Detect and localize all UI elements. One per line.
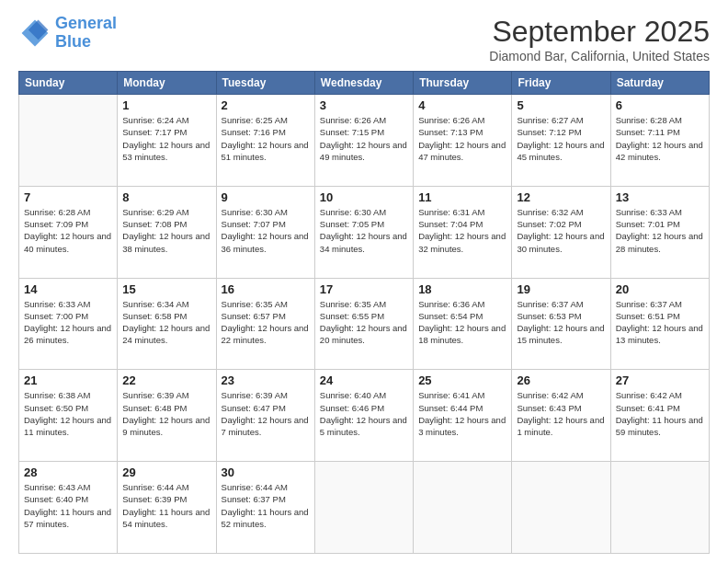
- month-title: September 2025: [489, 15, 710, 49]
- day-number: 17: [320, 282, 408, 296]
- day-number: 19: [517, 282, 605, 296]
- calendar-cell: 2Sunrise: 6:25 AM Sunset: 7:16 PM Daylig…: [216, 95, 314, 187]
- calendar-cell: 13Sunrise: 6:33 AM Sunset: 7:01 PM Dayli…: [610, 186, 709, 278]
- location: Diamond Bar, California, United States: [489, 49, 710, 63]
- day-detail: Sunrise: 6:24 AM Sunset: 7:17 PM Dayligh…: [122, 114, 210, 163]
- day-number: 6: [616, 98, 704, 112]
- day-number: 21: [24, 373, 112, 387]
- calendar-cell: 30Sunrise: 6:44 AM Sunset: 6:37 PM Dayli…: [216, 462, 314, 554]
- logo-text: General Blue: [55, 15, 117, 52]
- calendar-cell: 4Sunrise: 6:26 AM Sunset: 7:13 PM Daylig…: [414, 95, 512, 187]
- day-detail: Sunrise: 6:28 AM Sunset: 7:11 PM Dayligh…: [616, 114, 704, 163]
- calendar-cell: 1Sunrise: 6:24 AM Sunset: 7:17 PM Daylig…: [118, 95, 216, 187]
- day-detail: Sunrise: 6:33 AM Sunset: 7:00 PM Dayligh…: [24, 298, 112, 347]
- day-detail: Sunrise: 6:28 AM Sunset: 7:09 PM Dayligh…: [24, 206, 112, 255]
- day-number: 1: [122, 98, 210, 112]
- calendar-cell: 28Sunrise: 6:43 AM Sunset: 6:40 PM Dayli…: [19, 462, 118, 554]
- day-number: 3: [320, 98, 408, 112]
- day-detail: Sunrise: 6:27 AM Sunset: 7:12 PM Dayligh…: [517, 114, 605, 163]
- day-number: 30: [222, 465, 310, 479]
- col-header-monday: Monday: [118, 72, 216, 95]
- day-number: 7: [24, 190, 112, 204]
- calendar-cell: 27Sunrise: 6:42 AM Sunset: 6:41 PM Dayli…: [610, 370, 709, 462]
- day-number: 9: [222, 190, 310, 204]
- day-number: 20: [616, 282, 704, 296]
- day-number: 28: [24, 465, 112, 479]
- day-number: 27: [616, 373, 704, 387]
- calendar-cell: 25Sunrise: 6:41 AM Sunset: 6:44 PM Dayli…: [414, 370, 512, 462]
- calendar-cell: 24Sunrise: 6:40 AM Sunset: 6:46 PM Dayli…: [314, 370, 413, 462]
- calendar-cell: [314, 462, 413, 554]
- calendar-cell: 22Sunrise: 6:39 AM Sunset: 6:48 PM Dayli…: [118, 370, 216, 462]
- day-detail: Sunrise: 6:39 AM Sunset: 6:47 PM Dayligh…: [222, 389, 310, 438]
- day-detail: Sunrise: 6:34 AM Sunset: 6:58 PM Dayligh…: [122, 298, 210, 347]
- day-number: 8: [122, 190, 210, 204]
- calendar-cell: 5Sunrise: 6:27 AM Sunset: 7:12 PM Daylig…: [512, 95, 610, 187]
- calendar-cell: 9Sunrise: 6:30 AM Sunset: 7:07 PM Daylig…: [216, 186, 314, 278]
- calendar-cell: 18Sunrise: 6:36 AM Sunset: 6:54 PM Dayli…: [414, 278, 512, 370]
- day-detail: Sunrise: 6:32 AM Sunset: 7:02 PM Dayligh…: [517, 206, 605, 255]
- logo-icon: [18, 17, 51, 50]
- day-number: 22: [122, 373, 210, 387]
- page: General Blue September 2025 Diamond Bar,…: [0, 0, 728, 563]
- calendar-cell: 29Sunrise: 6:44 AM Sunset: 6:39 PM Dayli…: [118, 462, 216, 554]
- day-number: 25: [418, 373, 506, 387]
- day-detail: Sunrise: 6:30 AM Sunset: 7:05 PM Dayligh…: [320, 206, 408, 255]
- day-detail: Sunrise: 6:41 AM Sunset: 6:44 PM Dayligh…: [418, 389, 506, 438]
- day-detail: Sunrise: 6:31 AM Sunset: 7:04 PM Dayligh…: [418, 206, 506, 255]
- calendar-cell: [414, 462, 512, 554]
- calendar-cell: 8Sunrise: 6:29 AM Sunset: 7:08 PM Daylig…: [118, 186, 216, 278]
- day-detail: Sunrise: 6:42 AM Sunset: 6:41 PM Dayligh…: [616, 389, 704, 438]
- day-number: 2: [222, 98, 310, 112]
- title-block: September 2025 Diamond Bar, California, …: [489, 15, 710, 63]
- day-number: 10: [320, 190, 408, 204]
- day-number: 26: [517, 373, 605, 387]
- day-detail: Sunrise: 6:37 AM Sunset: 6:53 PM Dayligh…: [517, 298, 605, 347]
- calendar-header-row: SundayMondayTuesdayWednesdayThursdayFrid…: [19, 72, 710, 95]
- day-number: 18: [418, 282, 506, 296]
- calendar-cell: 10Sunrise: 6:30 AM Sunset: 7:05 PM Dayli…: [314, 186, 413, 278]
- day-detail: Sunrise: 6:29 AM Sunset: 7:08 PM Dayligh…: [122, 206, 210, 255]
- day-number: 13: [616, 190, 704, 204]
- day-detail: Sunrise: 6:35 AM Sunset: 6:57 PM Dayligh…: [222, 298, 310, 347]
- col-header-tuesday: Tuesday: [216, 72, 314, 95]
- day-number: 11: [418, 190, 506, 204]
- calendar-cell: 26Sunrise: 6:42 AM Sunset: 6:43 PM Dayli…: [512, 370, 610, 462]
- calendar-cell: 3Sunrise: 6:26 AM Sunset: 7:15 PM Daylig…: [314, 95, 413, 187]
- day-detail: Sunrise: 6:33 AM Sunset: 7:01 PM Dayligh…: [616, 206, 704, 255]
- day-number: 24: [320, 373, 408, 387]
- day-number: 14: [24, 282, 112, 296]
- day-number: 4: [418, 98, 506, 112]
- logo: General Blue: [18, 15, 117, 52]
- day-detail: Sunrise: 6:44 AM Sunset: 6:39 PM Dayligh…: [122, 481, 210, 530]
- calendar-cell: 17Sunrise: 6:35 AM Sunset: 6:55 PM Dayli…: [314, 278, 413, 370]
- day-number: 29: [122, 465, 210, 479]
- calendar-cell: 21Sunrise: 6:38 AM Sunset: 6:50 PM Dayli…: [19, 370, 118, 462]
- day-number: 5: [517, 98, 605, 112]
- col-header-saturday: Saturday: [610, 72, 709, 95]
- calendar-cell: 11Sunrise: 6:31 AM Sunset: 7:04 PM Dayli…: [414, 186, 512, 278]
- day-detail: Sunrise: 6:35 AM Sunset: 6:55 PM Dayligh…: [320, 298, 408, 347]
- day-number: 15: [122, 282, 210, 296]
- calendar-row: 14Sunrise: 6:33 AM Sunset: 7:00 PM Dayli…: [19, 278, 710, 370]
- calendar-cell: 12Sunrise: 6:32 AM Sunset: 7:02 PM Dayli…: [512, 186, 610, 278]
- calendar-cell: 7Sunrise: 6:28 AM Sunset: 7:09 PM Daylig…: [19, 186, 118, 278]
- calendar-cell: 19Sunrise: 6:37 AM Sunset: 6:53 PM Dayli…: [512, 278, 610, 370]
- col-header-thursday: Thursday: [414, 72, 512, 95]
- logo-line1: General: [55, 14, 117, 32]
- calendar-cell: 20Sunrise: 6:37 AM Sunset: 6:51 PM Dayli…: [610, 278, 709, 370]
- calendar-cell: 6Sunrise: 6:28 AM Sunset: 7:11 PM Daylig…: [610, 95, 709, 187]
- calendar-cell: [610, 462, 709, 554]
- calendar-cell: 14Sunrise: 6:33 AM Sunset: 7:00 PM Dayli…: [19, 278, 118, 370]
- day-detail: Sunrise: 6:39 AM Sunset: 6:48 PM Dayligh…: [122, 389, 210, 438]
- calendar: SundayMondayTuesdayWednesdayThursdayFrid…: [18, 71, 710, 554]
- day-detail: Sunrise: 6:30 AM Sunset: 7:07 PM Dayligh…: [222, 206, 310, 255]
- col-header-wednesday: Wednesday: [314, 72, 413, 95]
- day-number: 23: [222, 373, 310, 387]
- col-header-sunday: Sunday: [19, 72, 118, 95]
- calendar-cell: 23Sunrise: 6:39 AM Sunset: 6:47 PM Dayli…: [216, 370, 314, 462]
- day-detail: Sunrise: 6:42 AM Sunset: 6:43 PM Dayligh…: [517, 389, 605, 438]
- day-detail: Sunrise: 6:38 AM Sunset: 6:50 PM Dayligh…: [24, 389, 112, 438]
- calendar-cell: 15Sunrise: 6:34 AM Sunset: 6:58 PM Dayli…: [118, 278, 216, 370]
- day-number: 12: [517, 190, 605, 204]
